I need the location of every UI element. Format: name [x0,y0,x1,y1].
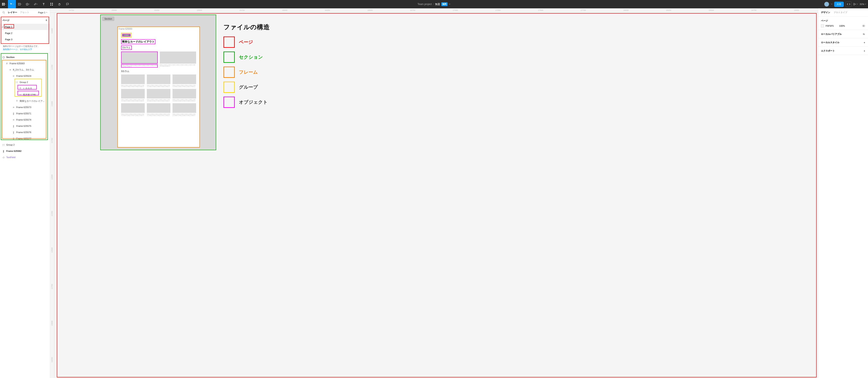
page-row-2[interactable]: Page 2 [0,30,50,36]
top-toolbar: Team project / 無題 無料 共有 31% [0,0,868,8]
subheading-2col[interactable]: 2カラム [121,45,132,50]
search-icon[interactable] [2,11,5,14]
user-avatar[interactable] [824,2,829,7]
toolbar-left [0,0,71,8]
comment-tool-button[interactable] [63,0,71,8]
chevron-up-icon [46,12,48,13]
layer-layout[interactable]: ≡8_2カラム、3カラム [0,67,50,73]
layer-textfield[interactable]: ◇TextField [0,154,50,161]
chevron-down-icon[interactable] [831,3,833,5]
card-text: テキストテキストテキストテキストテキストテキストテキストテキストテキストテキスト… [147,85,170,87]
card-heading[interactable]: 簡単なカードのレイアウト [121,39,155,44]
layer-f577[interactable]: ‖Frame 625577 [0,135,50,142]
visibility-toggle[interactable] [862,25,865,27]
background-hex[interactable]: F5F5F5 [826,25,834,27]
right-panel-tabs: デザイン プロトタイプ [818,8,868,17]
tab-assets[interactable]: アセット [20,11,29,14]
right-panel: デザイン プロトタイプ ページ F5F5F5 100% ローカルバリアブル ロー… [818,8,868,378]
background-opacity[interactable]: 100% [839,25,845,27]
card-item[interactable]: テキストテキストテキストテキストテキストテキストテキストテキストテキストテキスト… [160,51,196,68]
horizontal-ruler: 1475015000152501550015750160001625016500… [50,8,818,12]
present-button[interactable] [854,3,858,5]
card-text: テキストテキストテキストテキストテキストテキストテキストテキストテキストテキスト… [173,99,196,102]
frame-tool-button[interactable] [16,0,24,8]
move-tool-button[interactable] [8,0,16,8]
add-button[interactable]: + [864,50,865,52]
layer-logo[interactable]: TＬＯＧＯ [0,85,50,92]
resources-button[interactable] [48,0,56,8]
pen-tool-button[interactable] [32,0,40,8]
page-indicator[interactable]: Page 1 [38,11,48,14]
card-item[interactable]: テキストテキストテキストテキストテキストテキストテキストテキストテキストテキスト… [147,89,170,102]
card-item[interactable]: テキストテキストテキストテキストテキストテキストテキストテキストテキストテキスト… [121,89,145,102]
card-image [147,103,170,113]
layer-section[interactable]: ▢Section [0,54,50,60]
hand-tool-button[interactable] [56,0,63,8]
page-background-section: ページ F5F5F5 100% [818,17,868,30]
canvas-frame[interactable]: Frame 625583 LOGO 簡単なカードのレイアウト 2カラム テキスト… [117,27,200,147]
legend-label: ページ [239,39,253,45]
autolayout-icon: ≡ [12,118,15,121]
export-section: エクスポート+ [818,47,868,55]
card-item[interactable]: テキストテキストテキストテキストテキストテキストテキストテキストテキストテキスト… [121,74,145,87]
settings-icon[interactable] [863,33,865,35]
legend-label: グループ [239,84,258,90]
canvas-area[interactable]: 1475015000152501550015750160001625016500… [50,8,818,378]
layer-group2b[interactable]: ⫶⫶Group 2 [0,142,50,148]
layer-f574[interactable]: ≡Frame 625574 [0,116,50,123]
cards-3col-row: テキストテキストテキストテキストテキストテキストテキストテキストテキストテキスト… [121,103,196,116]
logo-object[interactable]: LOGO [122,34,130,36]
card-item[interactable]: テキストテキストテキストテキストテキストテキストテキストテキストテキストテキスト… [173,103,196,116]
page-row-1[interactable]: ✓Page 1 [0,24,50,30]
svg-rect-2 [2,4,3,5]
card-item[interactable]: テキストテキストテキストテキストテキストテキストテキストテキストテキストテキスト… [173,74,196,87]
subheading-3col[interactable]: 3カラム [121,70,196,73]
layer-group2[interactable]: ⫶⫶Group 2 [0,79,50,85]
card-item[interactable]: テキストテキストテキストテキストテキストテキストテキストテキストテキストテキスト… [121,103,145,116]
tab-prototype[interactable]: プロトタイプ [834,11,847,14]
canvas-section[interactable]: Section Frame 625583 LOGO 簡単なカードのレイアウト 2… [100,14,216,150]
main-menu-button[interactable] [0,0,8,8]
text-tool-button[interactable] [40,0,48,8]
add-page-button[interactable]: + [45,19,48,22]
layer-card-title[interactable]: T簡単なカードのレイア... [0,98,50,104]
card-item[interactable]: テキストテキストテキストテキストテキストテキストテキストテキストテキストテキスト… [147,74,170,87]
card-image [121,51,158,64]
svg-point-8 [3,11,4,13]
layer-f582[interactable]: ‖Frame 625582 [0,148,50,154]
upgrade-link[interactable]: 無制限のページ、その他を入手 [3,48,32,50]
background-swatch[interactable] [821,25,824,27]
card-item[interactable]: テキストテキストテキストテキストテキストテキストテキストテキストテキストテキスト… [121,51,158,68]
dev-mode-button[interactable] [845,1,852,7]
tab-layers[interactable]: レイヤー [8,11,17,14]
card-image [173,103,196,113]
tab-design[interactable]: デザイン [821,11,830,14]
page-row-3[interactable]: Page 3 [0,36,50,42]
section-label[interactable]: Section [102,17,114,21]
file-title-area[interactable]: Team project / 無題 無料 [417,2,451,6]
layer-f573[interactable]: ≡Frame 625573 [0,104,50,110]
vertical-ruler: 1100011250115001175012000122501250012750… [50,12,54,378]
section-title: ページ [821,19,865,22]
card-item[interactable]: テキストテキストテキストテキストテキストテキストテキストテキストテキストテキスト… [173,89,196,102]
share-button[interactable]: 共有 [834,2,844,7]
layer-f576[interactable]: ‖Frame 625576 [0,129,50,135]
toolbar-right: 共有 31% [824,1,868,7]
layer-frame524[interactable]: ≡Frame 625524 [0,73,50,79]
layer-rect[interactable]: ▭長方形 1746 [0,92,50,98]
card-text: テキストテキストテキストテキストテキストテキストテキストテキストテキストテキスト… [121,64,158,68]
layer-f575[interactable]: ‖Frame 625575 [0,123,50,129]
layer-f571[interactable]: ‖Frame 625571 [0,110,50,116]
card-item[interactable]: テキストテキストテキストテキストテキストテキストテキストテキストテキストテキスト… [147,103,170,116]
section-title: ローカルバリアブル [821,33,842,36]
annotation-yellow-logo-group: LOGO [121,33,131,38]
team-name: Team project [417,3,432,6]
layer-frame-main[interactable]: #Frame 625583 [0,60,50,67]
svg-point-14 [864,34,865,35]
add-button[interactable]: + [864,41,865,44]
zoom-control[interactable]: 31% [860,3,866,5]
shape-tool-button[interactable] [24,0,32,8]
legend-label: フレーム [239,69,258,75]
cards-2col-row: テキストテキストテキストテキストテキストテキストテキストテキストテキストテキスト… [121,51,196,68]
canvas[interactable]: Section Frame 625583 LOGO 簡単なカードのレイアウト 2… [54,12,818,378]
